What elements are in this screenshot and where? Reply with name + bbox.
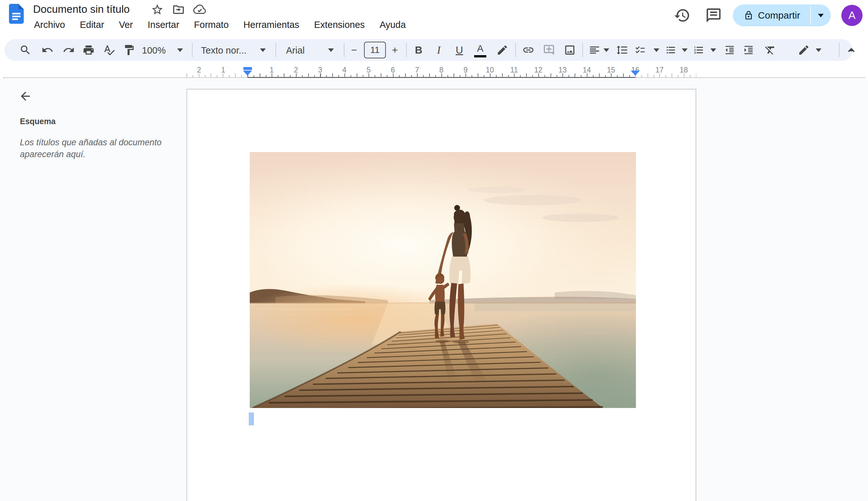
zoom-value[interactable]: 100% (142, 45, 166, 56)
menu-archivo[interactable]: Archivo (32, 19, 67, 31)
menu-ver[interactable]: Ver (117, 19, 135, 31)
clear-format-icon[interactable] (763, 43, 777, 57)
ruler-number: 6 (383, 66, 402, 74)
chevron-down-icon (818, 14, 824, 17)
align-dropdown-icon[interactable] (604, 49, 609, 52)
divider (515, 43, 516, 57)
menu-formato[interactable]: Formato (192, 19, 230, 31)
divider (406, 43, 407, 57)
comments-icon[interactable] (705, 7, 722, 24)
redo-icon[interactable] (62, 43, 76, 57)
move-folder-icon[interactable] (172, 3, 185, 16)
divider (192, 43, 192, 57)
share-button[interactable]: Compartir (733, 4, 831, 26)
indent-icon[interactable] (742, 43, 756, 57)
toolbar: 100% Texto nor... Arial − 11 + B I U A (4, 39, 853, 61)
ruler-number: 12 (529, 66, 548, 74)
numbered-dropdown-icon[interactable] (710, 49, 716, 52)
menu-ayuda[interactable]: Ayuda (377, 19, 408, 31)
ruler-number: 7 (408, 66, 427, 74)
line-spacing-icon[interactable] (615, 43, 629, 57)
document-title[interactable]: Documento sin título (33, 3, 130, 15)
bullet-list-icon[interactable] (664, 43, 678, 57)
ruler-number: 18 (674, 66, 693, 74)
italic-button[interactable]: I (432, 42, 446, 58)
add-comment-icon[interactable] (542, 43, 556, 57)
link-icon[interactable] (521, 43, 535, 57)
text-color-bar (474, 55, 486, 57)
font-dropdown-icon[interactable] (328, 49, 334, 52)
collapse-toolbar-icon[interactable] (844, 43, 858, 57)
paragraph-style-value[interactable]: Texto nor... (201, 45, 247, 56)
ruler-number: 1 (262, 66, 282, 74)
menu-editar[interactable]: Editar (78, 19, 106, 31)
header: Documento sin título Archivo Editar Ver … (0, 0, 868, 39)
ruler-number: 17 (650, 66, 669, 74)
google-docs-app: Documento sin título Archivo Editar Ver … (0, 0, 868, 501)
divider (275, 43, 276, 57)
menu-extensiones[interactable]: Extensiones (312, 19, 367, 31)
editing-mode-pen-icon[interactable] (797, 43, 811, 57)
ruler-number: 5 (359, 66, 378, 74)
divider (344, 43, 344, 57)
font-value[interactable]: Arial (286, 45, 305, 56)
document-canvas: Esquema Los títulos que añadas al docume… (0, 79, 868, 501)
underline-button[interactable]: U (452, 42, 467, 58)
ruler-number: 15 (602, 66, 621, 74)
ruler-number: 4 (335, 66, 354, 74)
selection-caret (249, 413, 254, 425)
avatar[interactable]: A (841, 5, 862, 26)
close-outline-button[interactable] (19, 89, 32, 103)
bullet-dropdown-icon[interactable] (682, 49, 688, 52)
outline-empty-message: Los títulos que añadas al documento apar… (20, 137, 171, 160)
divider (839, 43, 839, 57)
insert-image-icon[interactable] (563, 43, 577, 57)
ruler-number: 9 (456, 66, 475, 74)
version-history-icon[interactable] (674, 7, 690, 24)
ruler-number: 13 (553, 66, 572, 74)
ruler-number: 8 (432, 66, 451, 74)
ruler-number: 11 (505, 66, 524, 74)
spellcheck-icon[interactable] (102, 43, 116, 57)
text-color-button[interactable]: A (472, 42, 488, 58)
decrease-font-size-button[interactable]: − (347, 42, 361, 58)
ruler-number: 2 (286, 66, 306, 74)
increase-font-size-button[interactable]: + (388, 42, 402, 58)
document-page[interactable] (187, 89, 696, 501)
first-line-indent-marker[interactable] (243, 67, 252, 70)
mode-dropdown-icon[interactable] (816, 49, 822, 52)
cloud-status-icon[interactable] (193, 3, 206, 16)
menu-herramientas[interactable]: Herramientas (241, 19, 301, 31)
lock-icon (744, 11, 753, 20)
right-indent-marker[interactable] (631, 71, 640, 76)
search-icon[interactable] (18, 43, 32, 57)
outdent-icon[interactable] (723, 43, 737, 57)
ruler-number: 2 (189, 66, 209, 74)
undo-icon[interactable] (40, 43, 54, 57)
paint-format-icon[interactable] (122, 43, 136, 57)
highlight-icon[interactable] (495, 43, 510, 57)
star-icon[interactable] (151, 3, 164, 16)
align-left-icon[interactable] (587, 43, 602, 57)
left-indent-marker[interactable] (243, 71, 252, 76)
checklist-icon[interactable] (633, 43, 647, 57)
ruler-number: 1 (214, 66, 233, 74)
checklist-dropdown-icon[interactable] (653, 49, 659, 52)
bold-button[interactable]: B (411, 42, 426, 58)
zoom-dropdown-icon[interactable] (177, 49, 183, 52)
divider (582, 43, 583, 57)
back-arrow-icon (19, 89, 32, 103)
menu-insertar[interactable]: Insertar (146, 19, 181, 31)
share-dropdown-button[interactable] (811, 14, 831, 17)
inline-photo[interactable] (250, 152, 636, 408)
ruler-number: 10 (480, 66, 500, 74)
numbered-list-icon[interactable] (692, 43, 706, 57)
print-icon[interactable] (82, 43, 96, 57)
style-dropdown-icon[interactable] (260, 49, 266, 52)
ruler-line-right (635, 77, 866, 78)
ruler-line-left (3, 77, 248, 78)
docs-logo-icon[interactable] (9, 4, 24, 24)
ruler-number: 14 (577, 66, 596, 74)
ruler-line-page (248, 77, 635, 78)
font-size-input[interactable]: 11 (364, 42, 386, 58)
